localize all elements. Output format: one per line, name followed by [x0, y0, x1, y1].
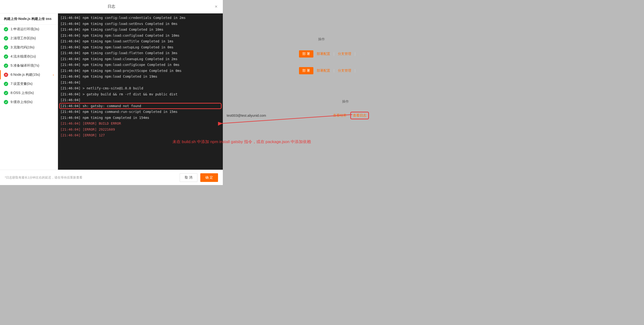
log-line: [21:46:04] [ERROR] BUILD ERROR — [60, 120, 220, 126]
log-line: [21:46:04] npm timing config:load:flatte… — [60, 50, 220, 56]
step-item-9[interactable]: 9:缓存上传(0s) — [0, 98, 58, 107]
ok-button[interactable]: 确 定 — [200, 173, 218, 182]
step-label: 4:流水线缓存(1s) — [10, 54, 54, 59]
log-line: [21:46:04] npm timing npm:load:cleanupLo… — [60, 56, 220, 62]
step-label: 6:Node.js 构建(15s) — [10, 72, 53, 77]
step-label: 7:设置变量(0s) — [10, 82, 54, 86]
step-label: 1:申请运行环境(3s) — [10, 27, 54, 32]
step-item-1[interactable]: 1:申请运行环境(3s) — [0, 25, 58, 34]
step-label: 3:克隆代码(19s) — [10, 45, 54, 50]
modal-footer: *日志获取有最长1分钟左右的延迟，请在等待后重新查看 取 消 确 定 — [0, 170, 223, 185]
chevron-right-icon: › — [53, 73, 54, 77]
check-icon — [4, 36, 8, 40]
log-line: [21:46:04] npm timing npm:load Completed… — [60, 74, 220, 80]
step-item-3[interactable]: 3:克隆代码(19s) — [0, 43, 58, 52]
steps-sidebar: 构建上传-Node.js 构建上传 oss 1:申请运行环境(3s)2:清理工作… — [0, 14, 58, 170]
check-icon — [4, 27, 8, 32]
log-line: [21:46:04] > gatsby build && rm -rf dist… — [60, 91, 220, 97]
branch-mgmt-link-1[interactable]: 分支管理 — [336, 52, 353, 56]
record-row: test003@test.aliyunid.com 查看结果 查看日志 — [223, 108, 373, 123]
step-label: 8:OSS 上传(0s) — [10, 91, 54, 95]
step-item-6[interactable]: 6:Node.js 构建(15s)› — [0, 70, 58, 79]
view-result-link-2[interactable]: 查看结 — [358, 68, 370, 73]
check-icon — [4, 82, 8, 86]
view-result-link[interactable]: 查看结果 — [332, 113, 348, 118]
background-page: 操作 部 署 部署配置 | 分支管理 | 查看结 部 署 部署配置 | 分支管理… — [223, 0, 373, 185]
close-icon[interactable]: × — [213, 4, 219, 10]
log-line: [21:46:04] npm timing config:load:creden… — [60, 15, 220, 21]
check-icon — [4, 45, 8, 50]
log-line: [21:46:04] npm timing npm:load:setupLog … — [60, 44, 220, 50]
branch-mgmt-link-2[interactable]: 分支管理 — [336, 68, 353, 73]
check-icon — [4, 64, 8, 68]
deploy-button-1[interactable]: 部 署 — [299, 50, 314, 58]
step-item-5[interactable]: 5:准备编译环境(7s) — [0, 61, 58, 70]
step-item-2[interactable]: 2:清理工作区(0s) — [0, 34, 58, 43]
check-icon — [4, 91, 8, 95]
log-line: [21:46:04] [ERROR] 29221609 — [60, 126, 220, 132]
modal-body: 构建上传-Node.js 构建上传 oss 1:申请运行环境(3s)2:清理工作… — [0, 14, 223, 170]
error-icon — [4, 72, 8, 77]
log-line: [21:46:04] npm timing npm Completed in 1… — [60, 115, 220, 121]
check-icon — [4, 54, 8, 59]
log-line: [21:46:04] npm timing config:load:setEnv… — [60, 21, 220, 27]
modal-title: 日志 — [108, 4, 115, 9]
column-header-ops-2: 操作 — [342, 100, 349, 104]
view-log-link[interactable]: 查看日志 — [350, 112, 369, 119]
modal-header: 日志 × — [0, 0, 223, 14]
cancel-button[interactable]: 取 消 — [180, 173, 198, 182]
annotation-text: 未在 build.sh 中添加 npm install gatsby 指令，或在… — [172, 139, 311, 144]
log-line: [21:46:04] npm timing config:load Comple… — [60, 26, 220, 32]
check-icon — [4, 100, 8, 104]
deploy-button-2[interactable]: 部 署 — [299, 67, 314, 74]
step-label: 5:准备编译环境(7s) — [10, 64, 54, 68]
pipeline-row-2: 部 署 部署配置 | 分支管理 | 查看结 — [223, 62, 373, 79]
step-item-4[interactable]: 4:流水线缓存(1s) — [0, 52, 58, 61]
log-line: [21:46:04] npm timing command:run-script… — [60, 109, 220, 115]
log-line: [21:46:04] [ERROR] 127 — [60, 132, 220, 138]
step-label: 2:清理工作区(0s) — [10, 36, 54, 40]
log-line: [21:46:04] npm timing npm:load:setTitle … — [60, 38, 220, 44]
pipeline-row-1: 部 署 部署配置 | 分支管理 | 查看结 — [223, 46, 373, 62]
user-email: test003@test.aliyunid.com — [227, 114, 332, 118]
log-output[interactable]: [21:46:04] npm timing config:load:creden… — [58, 14, 223, 170]
step-label: 9:缓存上传(0s) — [10, 100, 54, 104]
log-line: [21:46:04] npm timing npm:load:projectSc… — [60, 68, 220, 74]
view-result-link-1[interactable]: 查看结 — [358, 52, 370, 56]
column-header-ops: 操作 — [318, 37, 325, 42]
deploy-config-link-1[interactable]: 部署配置 — [315, 52, 332, 56]
log-line: [21:46:04] — [60, 80, 220, 86]
log-modal: 日志 × 构建上传-Node.js 构建上传 oss 1:申请运行环境(3s)2… — [0, 0, 223, 185]
sidebar-title: 构建上传-Node.js 构建上传 oss — [0, 14, 58, 25]
log-line: [21:46:04] sh: gatsby: command not found — [60, 103, 222, 109]
log-line: [21:46:04] npm timing npm:load:configloa… — [60, 32, 220, 38]
log-line: [21:46:04] > netlify-cms-site@1.0.0 buil… — [60, 85, 220, 91]
deploy-config-link-2[interactable]: 部署配置 — [315, 68, 332, 73]
step-item-8[interactable]: 8:OSS 上传(0s) — [0, 88, 58, 98]
step-item-7[interactable]: 7:设置变量(0s) — [0, 79, 58, 88]
footer-hint: *日志获取有最长1分钟左右的延迟，请在等待后重新查看 — [5, 176, 177, 180]
log-line: [21:46:04] npm timing npm:load:configSco… — [60, 62, 220, 68]
log-line: [21:46:04] — [60, 97, 220, 103]
